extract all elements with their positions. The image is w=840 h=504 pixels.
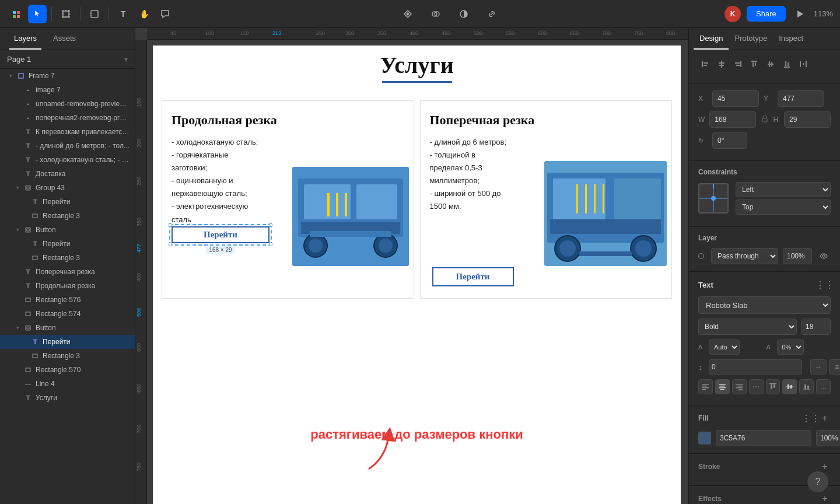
- shape-tool-btn[interactable]: [85, 5, 104, 23]
- frame-tool-btn[interactable]: [57, 5, 75, 23]
- handle-tl[interactable]: [169, 223, 172, 227]
- layer-mode-select[interactable]: Pass through: [711, 248, 778, 264]
- contrast-btn[interactable]: [454, 5, 473, 23]
- layer-uslugi[interactable]: T Услуги: [0, 391, 135, 405]
- text-icon: T: [30, 197, 40, 206]
- fill-add-btn[interactable]: +: [819, 412, 831, 424]
- effects-add-btn[interactable]: +: [819, 493, 831, 504]
- tab-prototype[interactable]: Prototype: [729, 28, 773, 50]
- layer-frame7[interactable]: ▾ Frame 7: [0, 69, 135, 83]
- handle-br[interactable]: [269, 243, 272, 246]
- help-button[interactable]: ?: [807, 471, 828, 492]
- comment-tool-btn[interactable]: [156, 5, 174, 23]
- effects-header: Effects +: [698, 493, 831, 504]
- svg-rect-95: [737, 386, 743, 387]
- text-tool-btn[interactable]: T: [114, 5, 132, 23]
- visibility-btn[interactable]: [817, 249, 831, 263]
- align-bottom-btn[interactable]: [780, 57, 794, 71]
- tab-layers[interactable]: Layers: [9, 28, 41, 50]
- card1-button[interactable]: Перейти: [172, 226, 270, 243]
- fill-hex-input[interactable]: [716, 430, 811, 446]
- layer-group43[interactable]: ▾ Group 43: [0, 181, 135, 195]
- layer-rect3a[interactable]: Rectangle 3: [0, 209, 135, 223]
- text-more-options-btn[interactable]: …: [816, 379, 831, 394]
- y-input[interactable]: [778, 90, 824, 107]
- share-button[interactable]: Share: [747, 6, 786, 22]
- layer-rect574[interactable]: Rectangle 574: [0, 307, 135, 321]
- fill-grid-btn[interactable]: ⋮⋮: [805, 412, 817, 424]
- link-btn[interactable]: [482, 5, 501, 23]
- constraints-section: Constraints Left Top: [689, 161, 840, 227]
- layer-rect570[interactable]: Rectangle 570: [0, 363, 135, 377]
- layer-rect576[interactable]: Rectangle 576: [0, 293, 135, 307]
- play-button[interactable]: [792, 6, 808, 22]
- text-wrap-fixed-btn[interactable]: ≡: [829, 359, 840, 374]
- distribute-h-btn[interactable]: [796, 57, 810, 71]
- link-dimensions-btn[interactable]: [761, 111, 768, 128]
- card-poperechnaya: Поперечная резка - длиной до 6 метров; -…: [420, 100, 673, 299]
- tab-assets[interactable]: Assets: [48, 28, 80, 50]
- text-align-justify-btn[interactable]: ⋯: [749, 379, 764, 394]
- opacity-input[interactable]: [783, 248, 812, 264]
- h-input[interactable]: [784, 111, 831, 128]
- layer-text2[interactable]: T - длиной до 6 метров; - тол...: [0, 139, 135, 153]
- align-middle-btn[interactable]: [764, 57, 778, 71]
- align-top-btn[interactable]: [747, 57, 761, 71]
- main-menu-btn[interactable]: [7, 5, 26, 23]
- constraint-h-select[interactable]: Left: [736, 182, 831, 197]
- text-more-btn[interactable]: ⋮⋮: [819, 279, 831, 290]
- layer-prodolnaya-section[interactable]: T Продольная резка: [0, 279, 135, 293]
- w-input[interactable]: [709, 111, 756, 128]
- layer-pereyti1[interactable]: T Перейти: [0, 195, 135, 209]
- tab-design[interactable]: Design: [694, 28, 729, 50]
- fill-color-swatch[interactable]: [698, 432, 711, 444]
- align-right-btn[interactable]: [731, 57, 745, 71]
- page-selector[interactable]: Page 1 ▾: [0, 50, 135, 69]
- layer-text3[interactable]: T - холоднокатаную сталь; - го...: [0, 153, 135, 167]
- layer-unnamed[interactable]: ▪ unnamed-removebg-preview 1: [0, 97, 135, 111]
- text-wrap-auto-btn[interactable]: ↔: [810, 359, 827, 374]
- rotation-input[interactable]: [712, 132, 747, 149]
- layer-button1[interactable]: ▾ Button: [0, 223, 135, 237]
- x-input[interactable]: [712, 90, 759, 107]
- layer-dostavka[interactable]: T Доставка: [0, 167, 135, 181]
- layer-pereyti2[interactable]: T Перейти: [0, 237, 135, 251]
- font-family-select[interactable]: Roboto Slab: [698, 296, 831, 314]
- move-tool-btn[interactable]: [28, 5, 47, 23]
- mask-btn[interactable]: [426, 5, 445, 23]
- fill-header: Fill ⋮⋮ +: [698, 412, 831, 424]
- font-weight-select[interactable]: Bold: [698, 318, 797, 335]
- text-align-right-btn[interactable]: [732, 379, 747, 394]
- layer-text1[interactable]: T К перевозкам привлекается ...: [0, 125, 135, 139]
- layer-pereyti-selected[interactable]: T Перейти: [0, 335, 135, 349]
- layer-line4[interactable]: — Line 4: [0, 377, 135, 391]
- align-left-btn[interactable]: [698, 57, 712, 71]
- hand-tool-btn[interactable]: ✋: [135, 5, 153, 23]
- text-valign-middle-btn[interactable]: [782, 379, 797, 394]
- layer-image7[interactable]: ▪ image 7: [0, 83, 135, 97]
- tab-inspect[interactable]: Inspect: [773, 28, 809, 50]
- text-valign-bottom-btn[interactable]: [799, 379, 814, 394]
- svg-rect-80: [788, 62, 789, 66]
- layer-poperechnaya-section[interactable]: T Поперечная резка: [0, 265, 135, 279]
- card2-button[interactable]: Перейти: [432, 267, 514, 286]
- letter-spacing-mode[interactable]: 0%: [777, 340, 804, 355]
- layer-poperechnaya[interactable]: ▪ поперечная2-removebg-prev...: [0, 111, 135, 125]
- expand-icon: ▾: [16, 227, 22, 233]
- constraint-v-select[interactable]: Top: [736, 200, 831, 215]
- line-height-mode[interactable]: Auto: [709, 340, 740, 355]
- handle-bl[interactable]: [169, 243, 172, 246]
- component-btn[interactable]: [398, 5, 417, 23]
- stroke-add-btn[interactable]: +: [819, 461, 831, 473]
- text-align-left-btn[interactable]: [698, 379, 713, 394]
- text-align-center-btn[interactable]: [715, 379, 730, 394]
- layer-button2[interactable]: ▾ Button: [0, 321, 135, 335]
- layer-rect3c[interactable]: Rectangle 3: [0, 349, 135, 363]
- font-size-input[interactable]: [802, 318, 831, 335]
- text-valign-top-btn[interactable]: [766, 379, 780, 394]
- fill-opacity-input[interactable]: [816, 430, 840, 446]
- layer-rect3b[interactable]: Rectangle 3: [0, 251, 135, 265]
- align-center-h-btn[interactable]: [715, 57, 729, 71]
- paragraph-spacing-input[interactable]: [709, 359, 802, 374]
- handle-tr[interactable]: [269, 223, 272, 227]
